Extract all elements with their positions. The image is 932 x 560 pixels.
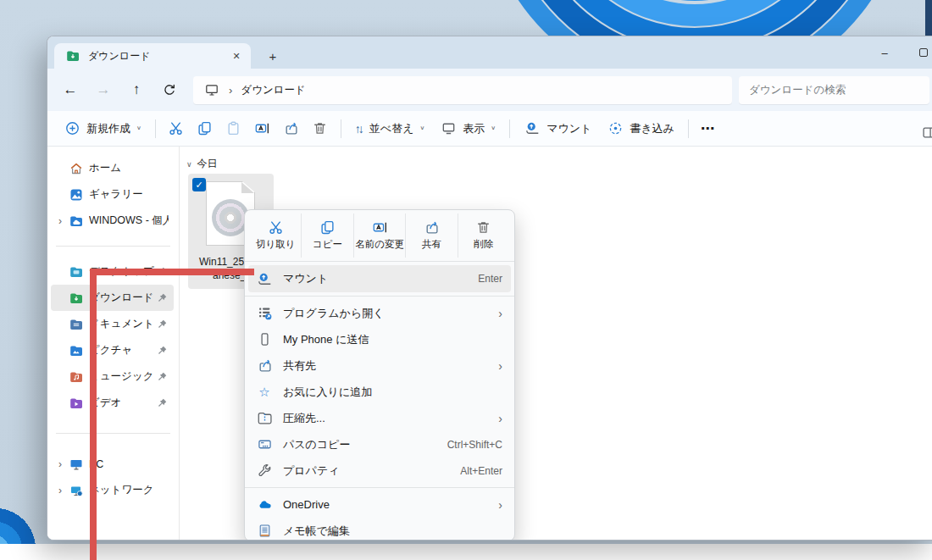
chevron-right-icon[interactable]: › — [53, 458, 68, 470]
rename-button[interactable] — [248, 116, 277, 141]
delete-button[interactable] — [306, 116, 335, 141]
tab-downloads[interactable]: ダウンロード ✕ — [54, 43, 251, 69]
menu-copy-button[interactable]: コピー — [302, 213, 353, 258]
menu-item-label: My Phone に送信 — [283, 332, 502, 347]
menu-open-with-item[interactable]: プログラムから開く › — [248, 300, 511, 326]
menu-cut-button[interactable]: 切り取り — [250, 213, 302, 258]
preview-pane-button[interactable] — [914, 120, 932, 145]
chevron-down-icon: ∨ — [491, 125, 496, 131]
view-button[interactable]: 表示 ∨ — [432, 116, 503, 141]
menu-divider — [245, 296, 514, 297]
copy-icon — [320, 220, 336, 235]
group-header-today[interactable]: ∨ 今日 — [186, 157, 218, 171]
menu-copy-path-item[interactable]: パスのコピー Ctrl+Shift+C — [248, 431, 511, 457]
wallpaper-corner-bloom — [0, 495, 49, 544]
menu-share-to-item[interactable]: 共有先 › — [248, 352, 511, 379]
menu-properties-item[interactable]: プロパティ Alt+Enter — [248, 457, 511, 484]
star-icon: ☆ — [257, 385, 272, 399]
menu-delete-label: 削除 — [474, 238, 493, 251]
more-options-button[interactable]: ⋯ — [695, 115, 720, 141]
paste-button[interactable] — [219, 116, 248, 141]
sidebar-item-label: ホーム — [89, 161, 169, 175]
wallpaper-edge — [925, 0, 932, 39]
tab-close-icon[interactable]: ✕ — [229, 48, 244, 64]
sidebar-item-onedrive[interactable]: › WINDOWS - 個人用 — [51, 208, 174, 234]
sidebar-item-videos[interactable]: ビデオ — [51, 390, 174, 416]
menu-item-label: OneDrive — [283, 498, 487, 511]
pin-icon — [155, 344, 169, 358]
sort-icon: ↑↓ — [355, 122, 362, 136]
chevron-right-icon[interactable]: › — [53, 215, 68, 227]
new-tab-button[interactable]: + — [263, 46, 283, 66]
chevron-right-icon[interactable]: › — [53, 485, 68, 496]
menu-onedrive-item[interactable]: OneDrive › — [248, 491, 511, 518]
menu-send-to-phone-item[interactable]: My Phone に送信 — [248, 326, 511, 352]
navigation-pane: ホーム ギャラリー › WINDOWS - 個人用 — [47, 147, 180, 541]
search-input[interactable] — [749, 84, 919, 96]
address-bar[interactable]: › ダウンロード — [193, 76, 732, 104]
menu-edit-notepad-item[interactable]: メモ帳で編集 — [248, 518, 511, 541]
sidebar-item-documents[interactable]: ドキュメント — [51, 311, 174, 337]
burn-button[interactable]: 書き込み — [599, 116, 682, 141]
chevron-down-icon: ∨ — [419, 125, 424, 131]
back-button[interactable]: ← — [56, 75, 85, 104]
maximize-button[interactable] — [904, 36, 932, 69]
sort-button[interactable]: ↑↓ 並べ替え ∨ — [347, 116, 432, 141]
copy-button[interactable] — [191, 116, 219, 141]
cut-button[interactable] — [162, 116, 191, 141]
up-button[interactable]: ↑ — [122, 75, 151, 104]
sidebar-item-gallery[interactable]: ギャラリー — [51, 181, 174, 208]
menu-add-favorites-item[interactable]: ☆ お気に入りに追加 — [248, 379, 511, 405]
forward-button[interactable]: → — [89, 75, 118, 104]
view-label: 表示 — [463, 121, 485, 136]
mount-button[interactable]: マウント — [516, 116, 599, 141]
minimize-button[interactable]: – — [865, 36, 904, 69]
refresh-button[interactable] — [155, 75, 184, 104]
submenu-chevron-icon: › — [498, 412, 502, 425]
sidebar-item-music[interactable]: ミュージック — [51, 363, 174, 390]
menu-rename-button[interactable]: 名前の変更 — [354, 213, 406, 258]
submenu-chevron-icon: › — [498, 307, 502, 320]
maximize-icon — [919, 48, 928, 57]
search-box[interactable] — [739, 76, 929, 104]
ellipsis-icon: ⋯ — [701, 120, 714, 136]
sidebar-item-home[interactable]: ホーム — [51, 155, 174, 181]
sidebar-item-pc[interactable]: › PC — [51, 451, 174, 477]
menu-item-shortcut: Alt+Enter — [460, 465, 502, 477]
breadcrumb[interactable]: ダウンロード — [241, 83, 305, 97]
menu-mount-item[interactable]: マウント Enter — [248, 265, 511, 292]
submenu-chevron-icon: › — [498, 498, 502, 512]
annotation-line-vertical — [90, 269, 97, 560]
menu-item-label: お気に入りに追加 — [283, 385, 502, 400]
wrench-icon — [257, 463, 272, 478]
menu-item-label: 圧縮先... — [283, 411, 487, 426]
rename-icon — [372, 220, 387, 235]
videos-folder-icon — [68, 396, 85, 410]
network-icon — [68, 483, 85, 497]
menu-rename-label: 名前の変更 — [355, 238, 404, 251]
new-button[interactable]: 新規作成 ∨ — [56, 116, 149, 141]
menu-compress-item[interactable]: 圧縮先... › — [248, 405, 511, 431]
toolbar-divider — [688, 119, 689, 138]
sidebar-item-downloads[interactable]: ダウンロード — [51, 285, 174, 311]
share-button[interactable] — [277, 116, 306, 141]
menu-item-label: プロパティ — [283, 463, 449, 479]
submenu-chevron-icon: › — [498, 359, 502, 373]
new-label: 新規作成 — [86, 121, 130, 136]
sidebar-item-pictures[interactable]: ピクチャ — [51, 337, 174, 363]
documents-folder-icon — [68, 317, 85, 331]
onedrive-cloud-icon — [257, 497, 272, 512]
group-label: 今日 — [197, 157, 218, 171]
mount-icon — [257, 272, 272, 286]
selection-checkbox[interactable]: ✓ — [192, 178, 206, 191]
open-with-icon — [257, 306, 272, 320]
command-toolbar: 新規作成 ∨ — [47, 111, 932, 147]
sidebar-item-label: ピクチャ — [89, 343, 155, 358]
notepad-icon — [257, 524, 272, 538]
explorer-window: ダウンロード ✕ + – ← → ↑ › ダウンロード 新規作 — [47, 36, 932, 541]
menu-share-button[interactable]: 共有 — [406, 213, 458, 258]
copy-path-icon — [257, 437, 272, 452]
sidebar-item-network[interactable]: › ネットワーク — [51, 477, 174, 503]
mount-label: マウント — [546, 121, 591, 136]
menu-delete-button[interactable]: 削除 — [458, 213, 509, 258]
